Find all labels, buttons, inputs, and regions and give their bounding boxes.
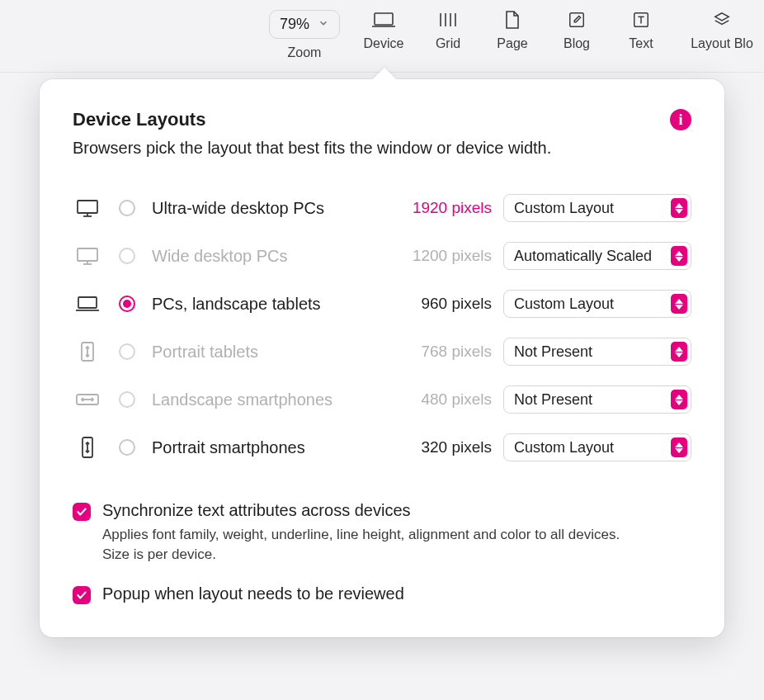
- select-value: Automatically Scaled: [514, 248, 652, 265]
- chevron-down-icon: [318, 16, 329, 33]
- layout-row-ultra-wide: Ultra-wide desktop PCs 1920 pixels Custo…: [73, 194, 691, 222]
- layout-row-portrait-phones: Portrait smartphones 320 pixels Custom L…: [73, 433, 691, 461]
- toolbar-label: Layout Blo: [691, 36, 753, 51]
- svg-marker-10: [715, 13, 729, 21]
- stepper-icon: [671, 246, 687, 266]
- select-value: Custom Layout: [514, 439, 614, 456]
- layout-mode-select[interactable]: Custom Layout: [503, 290, 691, 318]
- layout-mode-select[interactable]: Not Present: [503, 385, 691, 414]
- page-icon: [499, 10, 526, 30]
- layout-name: Portrait tablets: [145, 343, 394, 362]
- toolbar-item-blog[interactable]: Blog: [556, 10, 597, 51]
- select-value: Not Present: [514, 343, 592, 361]
- svg-marker-36: [675, 448, 683, 453]
- popup-label: Popup when layout needs to be reviewed: [102, 584, 404, 603]
- svg-rect-11: [78, 201, 97, 213]
- svg-marker-24: [675, 305, 683, 310]
- svg-marker-32: [675, 400, 683, 405]
- toolbar-label: Page: [497, 36, 527, 51]
- stepper-icon: [671, 294, 687, 314]
- phone-portrait-icon: [73, 436, 102, 459]
- desktop-icon: [73, 244, 102, 267]
- layout-radio[interactable]: [119, 248, 135, 264]
- toolbar-item-grid[interactable]: Grid: [427, 10, 469, 51]
- toolbar-label: Blog: [564, 36, 590, 51]
- select-value: Custom Layout: [514, 200, 614, 217]
- stepper-icon: [671, 198, 687, 218]
- svg-rect-16: [78, 248, 97, 261]
- toolbar-item-page[interactable]: Page: [492, 10, 533, 51]
- popup-checkbox[interactable]: [73, 586, 91, 604]
- layout-name: Wide desktop PCs: [145, 247, 394, 266]
- info-icon[interactable]: i: [670, 109, 691, 130]
- tablet-portrait-icon: [73, 340, 102, 363]
- layout-pixels: 480 pixels: [399, 390, 498, 409]
- toolbar-item-text[interactable]: Text: [620, 10, 662, 51]
- layout-radio[interactable]: [119, 296, 135, 312]
- grid-icon: [435, 10, 461, 30]
- layout-mode-select[interactable]: Not Present: [503, 338, 691, 366]
- popover-header: Device Layouts i: [73, 109, 691, 130]
- svg-marker-28: [675, 352, 683, 357]
- svg-rect-21: [78, 297, 97, 308]
- zoom-value: 79%: [280, 16, 309, 33]
- layout-radio[interactable]: [119, 200, 135, 216]
- text-icon: [628, 10, 654, 30]
- sync-label: Synchronize text attributes across devic…: [102, 501, 630, 520]
- layout-name: PCs, landscape tablets: [145, 295, 394, 314]
- svg-rect-6: [570, 13, 584, 27]
- select-value: Custom Layout: [514, 296, 614, 313]
- laptop-icon: [73, 292, 102, 315]
- stepper-icon: [671, 438, 687, 457]
- toolbar-label: Grid: [436, 36, 460, 51]
- svg-marker-14: [675, 203, 683, 208]
- layout-radio[interactable]: [119, 391, 135, 408]
- svg-marker-15: [675, 209, 683, 214]
- desktop-icon: [73, 196, 102, 220]
- options-section: Synchronize text attributes across devic…: [73, 501, 691, 604]
- layout-pixels: 320 pixels: [399, 438, 498, 456]
- layout-row-pcs-tablets: PCs, landscape tablets 960 pixels Custom…: [73, 290, 691, 318]
- toolbar: 79% Zoom Device Grid Page Blog: [0, 0, 764, 73]
- layout-row-portrait-tablets: Portrait tablets 768 pixels Not Present: [73, 338, 691, 366]
- svg-marker-20: [675, 257, 683, 262]
- select-value: Not Present: [514, 391, 592, 409]
- layers-icon: [709, 10, 735, 30]
- sync-text-option: Synchronize text attributes across devic…: [73, 501, 691, 565]
- toolbar-item-device[interactable]: Device: [363, 10, 404, 51]
- svg-marker-31: [675, 395, 683, 400]
- layout-pixels: 768 pixels: [399, 343, 498, 361]
- layout-mode-select[interactable]: Automatically Scaled: [503, 242, 691, 270]
- layout-radio[interactable]: [119, 343, 135, 360]
- svg-marker-19: [675, 251, 683, 256]
- toolbar-item-layout-blocks[interactable]: Layout Blo: [685, 10, 759, 51]
- layout-pixels: 1200 pixels: [399, 247, 498, 265]
- layout-mode-select[interactable]: Custom Layout: [503, 194, 691, 222]
- layout-radio[interactable]: [119, 439, 135, 456]
- toolbar-label: Zoom: [288, 45, 322, 60]
- layout-mode-select[interactable]: Custom Layout: [503, 433, 691, 461]
- device-layouts-popover: Device Layouts i Browsers pick the layou…: [40, 79, 724, 637]
- sync-checkbox[interactable]: [73, 503, 91, 521]
- zoom-select[interactable]: 79%: [269, 10, 340, 39]
- phone-landscape-icon: [73, 388, 102, 411]
- stepper-icon: [671, 390, 687, 409]
- toolbar-label: Device: [364, 36, 404, 51]
- layout-pixels: 1920 pixels: [399, 199, 498, 217]
- layout-pixels: 960 pixels: [399, 295, 498, 313]
- toolbar-item-zoom: 79% Zoom: [269, 10, 340, 60]
- svg-marker-35: [675, 442, 683, 447]
- layout-list: Ultra-wide desktop PCs 1920 pixels Custo…: [73, 194, 691, 461]
- sync-sublabel: Applies font family, weight, underline, …: [102, 525, 630, 565]
- layout-name: Portrait smartphones: [145, 438, 394, 457]
- svg-marker-27: [675, 347, 683, 352]
- layout-name: Landscape smartphones: [145, 390, 394, 409]
- edit-icon: [564, 10, 590, 30]
- layout-name: Ultra-wide desktop PCs: [145, 199, 394, 218]
- layout-row-wide: Wide desktop PCs 1200 pixels Automatical…: [73, 242, 691, 270]
- laptop-icon: [370, 10, 397, 30]
- popover-description: Browsers pick the layout that best fits …: [73, 139, 691, 158]
- svg-marker-23: [675, 299, 683, 304]
- popover-title: Device Layouts: [73, 109, 205, 130]
- stepper-icon: [671, 342, 687, 362]
